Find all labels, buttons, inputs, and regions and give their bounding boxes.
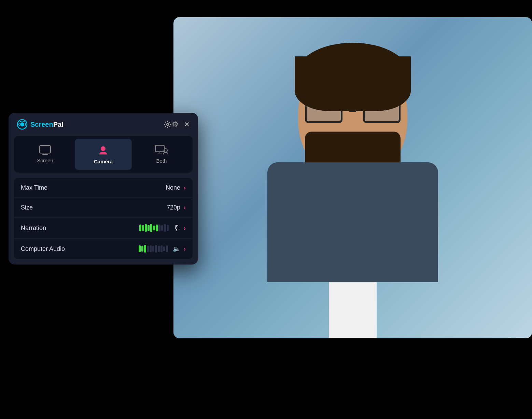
- tab-both[interactable]: Both: [133, 139, 190, 170]
- setting-max-time[interactable]: Max Time None ›: [14, 178, 193, 198]
- computer-audio-chevron: ›: [184, 245, 186, 253]
- svg-rect-3: [40, 146, 51, 153]
- svg-rect-8: [155, 145, 164, 152]
- max-time-chevron: ›: [184, 184, 186, 191]
- shirt: [329, 282, 377, 338]
- tab-camera-label: Camera: [94, 159, 113, 164]
- screenpal-panel: ScreenPal ⚙ ✕: [9, 113, 198, 265]
- background-photo: [173, 17, 532, 338]
- audio-bar: [139, 245, 141, 252]
- audio-bar: [145, 224, 147, 232]
- settings-button[interactable]: ⚙: [164, 120, 179, 129]
- computer-audio-bars: [139, 245, 168, 253]
- person-image: [173, 17, 532, 338]
- audio-bar: [152, 246, 154, 252]
- svg-point-7: [101, 146, 106, 151]
- narration-value-area: 🎙 ›: [139, 224, 186, 232]
- audio-bar: [148, 225, 150, 231]
- audio-bar: [150, 224, 152, 232]
- header-actions: ⚙ ✕: [164, 120, 190, 129]
- both-icon: [155, 145, 168, 155]
- max-time-label: Max Time: [21, 184, 47, 191]
- settings-section: Max Time None › Size 720p › Narration: [14, 178, 193, 259]
- max-time-value-area: None ›: [166, 184, 186, 191]
- audio-bar: [158, 225, 160, 231]
- audio-bar: [147, 246, 149, 252]
- audio-bar: [167, 225, 169, 231]
- narration-audio-bars: [139, 224, 169, 232]
- max-time-value: None: [166, 184, 180, 191]
- audio-bar: [163, 246, 165, 251]
- hair: [295, 43, 411, 111]
- size-chevron: ›: [184, 204, 186, 211]
- audio-bar: [161, 225, 163, 231]
- audio-bar: [156, 225, 158, 231]
- setting-computer-audio[interactable]: Computer Audio 🔈: [14, 239, 193, 259]
- computer-audio-label: Computer Audio: [21, 245, 65, 253]
- logo-text: ScreenPal: [30, 121, 64, 129]
- tab-screen[interactable]: Screen: [17, 139, 73, 170]
- setting-narration[interactable]: Narration 🎙 ›: [14, 218, 193, 239]
- panel-header: ScreenPal ⚙ ✕: [9, 113, 198, 136]
- computer-audio-value-area: 🔈 ›: [139, 245, 186, 253]
- size-value-area: 720p ›: [167, 204, 186, 211]
- size-label: Size: [21, 204, 33, 211]
- mic-icon: 🎙: [173, 224, 180, 232]
- audio-bar: [153, 226, 155, 230]
- audio-bar: [144, 245, 146, 253]
- camera-icon: [97, 144, 109, 156]
- svg-point-1: [20, 122, 24, 126]
- audio-bar: [160, 245, 163, 252]
- screen-icon: [39, 145, 51, 155]
- audio-bar: [164, 224, 166, 232]
- audio-bar: [139, 225, 141, 231]
- tab-camera[interactable]: Camera: [75, 139, 131, 170]
- svg-point-2: [167, 123, 169, 125]
- size-value: 720p: [167, 204, 180, 211]
- audio-bar: [158, 246, 160, 252]
- setting-size[interactable]: Size 720p ›: [14, 198, 193, 218]
- audio-bar: [150, 245, 152, 252]
- speaker-icon: 🔈: [173, 245, 180, 253]
- audio-bar: [155, 245, 157, 253]
- gear-icon: [164, 120, 172, 129]
- audio-bar: [141, 246, 143, 252]
- audio-bar: [142, 225, 144, 231]
- screenpal-logo-icon: [17, 119, 28, 130]
- tab-both-label: Both: [156, 158, 167, 164]
- suit: [267, 162, 438, 282]
- narration-label: Narration: [21, 225, 46, 232]
- tab-screen-label: Screen: [37, 158, 53, 163]
- logo-area: ScreenPal: [17, 119, 64, 130]
- mode-tabs: Screen Camera: [14, 136, 193, 173]
- audio-bar: [166, 245, 168, 252]
- narration-chevron: ›: [184, 225, 186, 232]
- close-button[interactable]: ✕: [184, 120, 190, 129]
